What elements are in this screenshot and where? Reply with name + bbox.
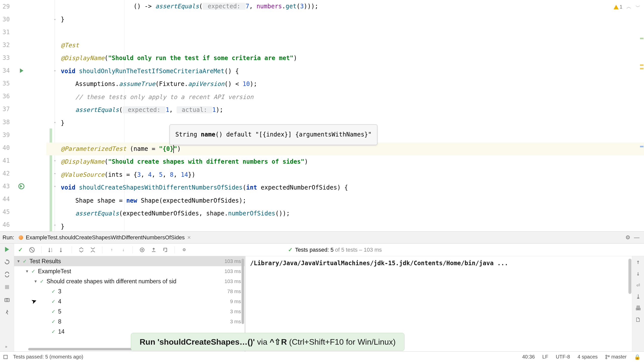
run-tool-window-header: Run: ExampleTest.shouldCreateShapesWithD…: [0, 231, 644, 243]
file-encoding[interactable]: UTF-8: [556, 354, 570, 360]
clear-icon[interactable]: 🗋: [635, 316, 641, 323]
show-passed-icon[interactable]: ✓: [17, 247, 24, 253]
indent-setting[interactable]: 4 spaces: [578, 354, 598, 360]
svg-text:2: 2: [51, 250, 52, 252]
sort-alpha-icon[interactable]: 12: [48, 247, 54, 253]
rerun-icon[interactable]: [4, 259, 10, 265]
tree-result[interactable]: ✓53 ms: [14, 306, 245, 316]
line-number[interactable]: 40: [0, 144, 14, 151]
settings-icon[interactable]: ⚙: [181, 247, 187, 253]
line-number[interactable]: 43: [0, 183, 14, 190]
line-number[interactable]: 30: [0, 16, 14, 23]
line-separator[interactable]: LF: [542, 354, 548, 360]
warning-badge[interactable]: 1: [614, 4, 622, 10]
line-number[interactable]: 39: [0, 131, 14, 139]
git-branch[interactable]: master: [605, 354, 627, 360]
camera-icon[interactable]: [4, 296, 10, 303]
line-number[interactable]: 32: [0, 41, 14, 49]
expand-icon[interactable]: »: [5, 344, 7, 349]
cursor-position[interactable]: 40:36: [522, 354, 535, 360]
minimize-icon[interactable]: —: [634, 234, 639, 241]
pass-icon: ✓: [51, 329, 56, 335]
stripe-marker[interactable]: [640, 64, 643, 66]
stripe-marker[interactable]: [640, 38, 643, 39]
code-line: @Test: [46, 39, 644, 52]
collapse-all-icon[interactable]: [90, 247, 96, 253]
scroll-to-end-icon[interactable]: ⤓: [635, 293, 641, 300]
chevron-down-icon[interactable]: ▾: [25, 268, 29, 274]
line-number[interactable]: 44: [0, 196, 14, 203]
code-line: @ValueSource(ints = {3, 4, 5, 8, 14}): [46, 168, 644, 182]
show-ignored-icon[interactable]: [29, 247, 35, 253]
warning-icon: [614, 5, 619, 9]
tool-windows-icon[interactable]: [4, 355, 8, 359]
tree-result[interactable]: ✓83 ms: [14, 316, 245, 327]
console-toolbar: ↑ ↓ ⏎ ⤓ 🖶 🗋: [632, 256, 644, 351]
code-line: Shape shape = new Shape(expectedNumberOf…: [46, 194, 644, 207]
stripe-marker[interactable]: [640, 146, 643, 147]
line-number[interactable]: 37: [0, 106, 14, 113]
run-configuration-tab[interactable]: ExampleTest.shouldCreateShapesWithDiffer…: [19, 234, 191, 241]
code-line: }: [46, 220, 644, 232]
up-icon[interactable]: ↑: [635, 259, 641, 265]
line-number[interactable]: 31: [0, 29, 14, 36]
soft-wrap-icon[interactable]: ⏎: [635, 282, 641, 288]
import-icon[interactable]: [139, 247, 145, 253]
profiler-icon[interactable]: [4, 309, 10, 315]
code-line: }: [46, 13, 644, 26]
line-number[interactable]: 45: [0, 208, 14, 215]
expand-all-icon[interactable]: [78, 247, 85, 253]
code-editor[interactable]: () -> assertEquals( expected: 7, numbers…: [43, 0, 644, 231]
close-tab-icon[interactable]: ✕: [187, 235, 191, 240]
pass-icon: ✓: [31, 268, 35, 274]
line-number[interactable]: 42: [0, 170, 14, 177]
console-scrollbar[interactable]: [628, 259, 631, 294]
console-line: /Library/Java/JavaVirtualMachines/jdk-15…: [250, 260, 508, 267]
line-number[interactable]: 38: [0, 119, 14, 126]
run-left-toolbar: »: [0, 244, 14, 351]
line-number[interactable]: 34: [0, 67, 14, 74]
line-number[interactable]: 29: [0, 3, 14, 10]
toggle-auto-test-icon[interactable]: [4, 271, 10, 278]
gear-icon[interactable]: ⚙: [625, 234, 630, 241]
test-toolbar: ✓ 12 ↑ ↓ ⚙ ✓ Tests passed: 5 of: [14, 244, 644, 256]
line-number[interactable]: 36: [0, 93, 14, 100]
tip-banner: Run 'shouldCreateShapes…()' via ^⇧R (Ctr…: [131, 333, 405, 351]
tree-test[interactable]: ▾✓Should create shapes with different nu…: [14, 276, 245, 286]
print-icon[interactable]: 🖶: [635, 305, 641, 311]
code-line: @DisplayName("Should only run the test i…: [46, 52, 644, 65]
pass-icon: ✓: [288, 247, 293, 253]
code-line: @DisplayName("Should create shapes with …: [46, 155, 644, 168]
tree-result[interactable]: ✓378 ms: [14, 286, 245, 296]
code-line: void shouldCreateShapesWithDifferentNumb…: [46, 181, 644, 194]
run-config-icon: [19, 235, 23, 240]
tree-result[interactable]: ✓49 ms: [14, 296, 245, 306]
code-line: // these tests only apply to a recent AP…: [46, 91, 644, 104]
line-number[interactable]: 41: [0, 157, 14, 164]
tree-root[interactable]: ▾✓Test Results103 ms: [14, 256, 245, 266]
run-test-icon[interactable]: [20, 68, 23, 73]
stop-button[interactable]: [4, 284, 10, 290]
chevron-down-icon[interactable]: ▾: [17, 258, 20, 264]
code-line: void shouldOnlyRunTheTestIfSomeCriteriaA…: [46, 65, 644, 78]
rerun-test-icon[interactable]: [18, 183, 24, 189]
history-icon[interactable]: [162, 247, 169, 253]
lock-icon[interactable]: 🔒: [634, 354, 640, 360]
down-icon[interactable]: ↓: [635, 270, 641, 277]
code-line: () -> assertEquals( expected: 7, numbers…: [46, 0, 644, 13]
sort-duration-icon[interactable]: [59, 247, 66, 253]
stripe-marker[interactable]: [640, 68, 643, 69]
line-number[interactable]: 35: [0, 80, 14, 87]
chevron-down-icon[interactable]: ▾: [34, 279, 37, 284]
run-button[interactable]: [4, 246, 10, 253]
line-number[interactable]: 33: [0, 54, 14, 61]
prev-failed-icon[interactable]: ↑: [108, 247, 115, 253]
tree-class[interactable]: ▾✓ExampleTest103 ms: [14, 266, 245, 276]
error-stripe[interactable]: [639, 0, 644, 231]
next-failed-icon[interactable]: ↓: [120, 247, 127, 253]
pass-icon: ✓: [51, 319, 56, 325]
line-number[interactable]: 46: [0, 221, 14, 228]
export-icon[interactable]: [150, 247, 157, 253]
chevron-up-icon[interactable]: ︿: [626, 4, 631, 10]
pass-icon: ✓: [51, 298, 56, 304]
